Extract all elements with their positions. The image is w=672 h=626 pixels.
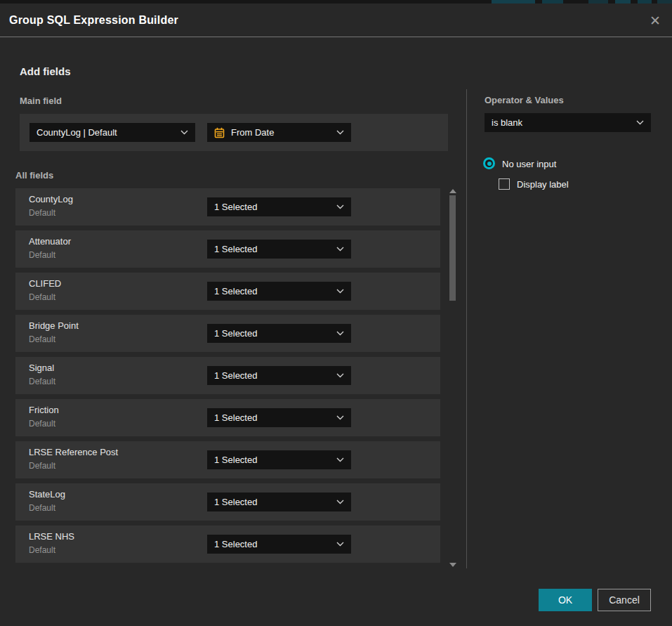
ok-button[interactable]: OK xyxy=(539,589,592,611)
field-list-item: Friction Default 1 Selected xyxy=(15,399,440,436)
field-name: StateLog xyxy=(29,489,65,500)
operator-dropdown-value: is blank xyxy=(492,117,631,128)
chevron-down-icon xyxy=(636,120,644,125)
field-list-item: CLIFED Default 1 Selected xyxy=(15,273,440,310)
field-selected-dropdown[interactable]: 1 Selected xyxy=(207,197,351,216)
no-user-input-radio[interactable] xyxy=(483,157,495,169)
field-list-item: LRSE Reference Post Default 1 Selected xyxy=(15,441,440,478)
field-selected-value: 1 Selected xyxy=(214,202,331,212)
panel-divider xyxy=(466,89,467,568)
field-list-item: Signal Default 1 Selected xyxy=(15,357,440,394)
operator-values-heading: Operator & Values xyxy=(485,95,564,105)
field-list-item: Bridge Point Default 1 Selected xyxy=(15,315,440,352)
field-selected-value: 1 Selected xyxy=(214,370,331,381)
all-fields-label: All fields xyxy=(15,170,53,181)
chevron-down-icon xyxy=(336,331,344,336)
field-name: CLIFED xyxy=(29,278,61,289)
field-subtitle: Default xyxy=(29,419,55,429)
no-user-input-label: No user input xyxy=(502,159,556,169)
add-fields-heading: Add fields xyxy=(20,65,71,77)
field-subtitle: Default xyxy=(29,503,55,513)
field-subtitle: Default xyxy=(29,545,55,555)
chevron-down-icon xyxy=(336,542,344,547)
field-selected-dropdown[interactable]: 1 Selected xyxy=(207,324,351,343)
main-field-field-dropdown[interactable]: From Date xyxy=(207,123,351,142)
field-subtitle: Default xyxy=(29,377,55,386)
field-name: CountyLog xyxy=(29,194,73,204)
scroll-up-arrow-icon[interactable] xyxy=(449,189,456,193)
field-subtitle: Default xyxy=(29,461,55,471)
field-name: LRSE NHS xyxy=(29,531,74,542)
field-list-item: Attenuator Default 1 Selected xyxy=(15,230,440,268)
field-subtitle: Default xyxy=(29,250,55,260)
main-field-panel: CountyLog | Default From Date xyxy=(20,114,448,151)
field-selected-dropdown[interactable]: 1 Selected xyxy=(207,493,351,511)
field-selected-dropdown[interactable]: 1 Selected xyxy=(207,450,351,469)
scrollbar-thumb[interactable] xyxy=(449,195,456,301)
field-list-item: LRSE NHS Default 1 Selected xyxy=(15,526,440,563)
field-list-item: CountyLog Default 1 Selected xyxy=(15,188,440,226)
field-selected-value: 1 Selected xyxy=(214,244,331,254)
field-selected-value: 1 Selected xyxy=(214,455,331,465)
group-sql-expression-builder-dialog: Group SQL Expression Builder ✕ Add field… xyxy=(0,4,672,626)
calendar-date-icon xyxy=(214,127,225,138)
chevron-down-icon xyxy=(336,415,344,420)
layer-dropdown-value: CountyLog | Default xyxy=(37,127,175,138)
field-subtitle: Default xyxy=(29,334,55,344)
radio-selected-dot xyxy=(487,162,492,166)
all-fields-list: CountyLog Default 1 Selected Attenuator … xyxy=(15,188,440,568)
field-name: Signal xyxy=(29,363,54,373)
field-selected-value: 1 Selected xyxy=(214,328,331,339)
chevron-down-icon xyxy=(336,247,344,252)
field-selected-dropdown[interactable]: 1 Selected xyxy=(207,282,351,301)
display-label-label: Display label xyxy=(517,179,569,190)
chevron-down-icon xyxy=(336,204,344,209)
field-selected-dropdown[interactable]: 1 Selected xyxy=(207,366,351,385)
field-selected-value: 1 Selected xyxy=(214,539,331,549)
fields-scrollbar[interactable] xyxy=(449,186,457,570)
field-name: LRSE Reference Post xyxy=(29,447,118,457)
field-name: Attenuator xyxy=(29,236,71,247)
chevron-down-icon xyxy=(180,130,188,135)
field-selected-dropdown[interactable]: 1 Selected xyxy=(207,535,351,554)
chevron-down-icon xyxy=(336,457,344,462)
field-list-item: StateLog Default 1 Selected xyxy=(15,483,440,521)
chevron-down-icon xyxy=(336,130,344,135)
field-name: Friction xyxy=(29,405,59,415)
field-selected-value: 1 Selected xyxy=(214,497,331,507)
cancel-button[interactable]: Cancel xyxy=(598,589,651,611)
field-selected-value: 1 Selected xyxy=(214,286,331,296)
close-icon[interactable]: ✕ xyxy=(647,12,664,29)
chevron-down-icon xyxy=(336,373,344,378)
scroll-down-arrow-icon[interactable] xyxy=(449,563,456,567)
main-field-label: Main field xyxy=(20,96,62,106)
field-selected-dropdown[interactable]: 1 Selected xyxy=(207,408,351,427)
chevron-down-icon xyxy=(336,500,344,504)
field-subtitle: Default xyxy=(29,292,55,302)
main-field-layer-dropdown[interactable]: CountyLog | Default xyxy=(29,123,195,142)
field-selected-value: 1 Selected xyxy=(214,412,331,423)
operator-dropdown[interactable]: is blank xyxy=(485,113,651,132)
chevron-down-icon xyxy=(336,289,344,294)
field-subtitle: Default xyxy=(29,208,55,218)
display-label-checkbox[interactable] xyxy=(499,178,510,190)
dialog-title: Group SQL Expression Builder xyxy=(9,14,178,27)
field-selected-dropdown[interactable]: 1 Selected xyxy=(207,240,351,259)
field-dropdown-value: From Date xyxy=(231,127,331,138)
field-name: Bridge Point xyxy=(29,320,79,331)
dialog-titlebar: Group SQL Expression Builder ✕ xyxy=(0,4,672,37)
